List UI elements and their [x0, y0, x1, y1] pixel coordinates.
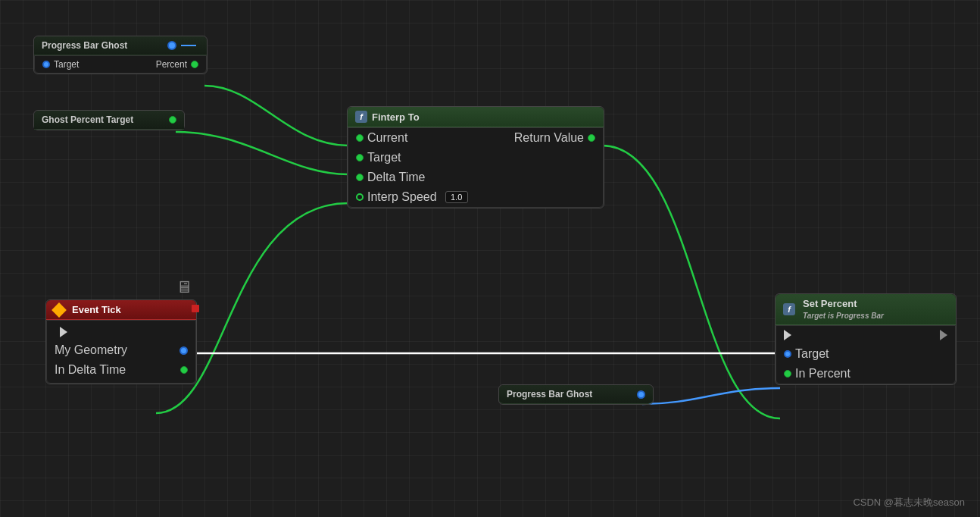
- finterp-target-pin[interactable]: [356, 154, 364, 161]
- delta-time-pin[interactable]: [356, 174, 364, 181]
- current-pin[interactable]: [356, 134, 364, 142]
- node-label: Progress Bar Ghost: [42, 40, 127, 51]
- event-tick-title: Event Tick: [46, 300, 196, 320]
- diamond-icon: [51, 302, 67, 318]
- ghost-percent-target-node: Ghost Percent Target: [33, 110, 185, 130]
- set-percent-exec-out[interactable]: [940, 330, 947, 340]
- set-percent-body: Target In Percent: [776, 325, 956, 384]
- finterp-deltatime-row: Delta Time: [348, 168, 603, 187]
- monitor-icon: 🖥: [176, 279, 192, 296]
- return-value-label: Return Value: [514, 131, 584, 145]
- percent-label: Percent: [156, 59, 187, 70]
- my-geometry-label: My Geometry: [55, 343, 127, 357]
- set-percent-target-row: Target: [776, 344, 955, 364]
- in-delta-time-label: In Delta Time: [55, 363, 126, 377]
- pbg-bottom-right-pin[interactable]: [637, 390, 645, 399]
- percent-pin-right[interactable]: [191, 61, 198, 68]
- set-percent-func-icon: f: [783, 303, 795, 315]
- interp-speed-pin[interactable]: [356, 193, 364, 201]
- set-percent-target-label: Target: [795, 347, 829, 361]
- progress-bar-ghost-top-body: Target Percent: [34, 55, 207, 74]
- target-label: Target: [54, 59, 79, 70]
- exec-out-pin[interactable]: [60, 327, 67, 337]
- return-value-pin[interactable]: [588, 134, 595, 142]
- ghost-percent-target-title: Ghost Percent Target: [34, 111, 184, 130]
- target-pin-left[interactable]: [42, 61, 50, 68]
- finterp-label: Finterp To: [372, 111, 420, 123]
- finterp-speed-row: Interp Speed 1.0: [348, 187, 603, 207]
- exec-row: [47, 324, 195, 340]
- target-row: Target Percent: [35, 56, 206, 73]
- ghost-right-pin[interactable]: [169, 116, 176, 124]
- delta-time-label: Delta Time: [367, 171, 425, 184]
- finterp-to-node: f Finterp To Current Return Value Target…: [347, 106, 604, 208]
- finterp-target-label: Target: [367, 151, 401, 164]
- set-percent-inpercent-pin[interactable]: [784, 370, 791, 378]
- interp-speed-value[interactable]: 1.0: [445, 191, 468, 203]
- set-percent-node: f Set Percent Target is Progress Bar Tar…: [775, 293, 957, 385]
- progress-bar-ghost-bottom-title: Progress Bar Ghost: [499, 385, 653, 404]
- finterp-to-title: f Finterp To: [348, 107, 604, 127]
- my-geometry-row: My Geometry: [47, 340, 195, 360]
- set-percent-subtitle: Target is Progress Bar: [803, 311, 884, 321]
- set-percent-inpercent-label: In Percent: [795, 367, 850, 381]
- progress-bar-ghost-bottom-node: Progress Bar Ghost: [498, 384, 654, 405]
- in-delta-time-pin[interactable]: [180, 366, 188, 374]
- finterp-current-row: Current Return Value: [348, 128, 603, 148]
- set-percent-inpercent-row: In Percent: [776, 364, 955, 384]
- current-label: Current: [367, 131, 407, 145]
- set-percent-exec-row: [776, 326, 955, 344]
- set-percent-exec-in[interactable]: [784, 330, 791, 340]
- progress-bar-ghost-top-node: Progress Bar Ghost Target Percent: [33, 36, 208, 74]
- in-delta-time-row: In Delta Time: [47, 360, 195, 380]
- event-tick-node: 🖥 Event Tick My Geometry In Delta Time: [45, 299, 197, 384]
- canvas-background: [0, 0, 980, 517]
- event-tick-label: Event Tick: [72, 304, 121, 315]
- func-icon: f: [355, 111, 367, 123]
- top-right-pin[interactable]: [167, 41, 176, 50]
- my-geometry-pin[interactable]: [179, 346, 188, 355]
- watermark-text: CSDN @暮志未晚season: [853, 497, 965, 508]
- set-percent-title: f Set Percent Target is Progress Bar: [776, 294, 956, 325]
- set-percent-target-pin[interactable]: [784, 350, 791, 358]
- red-dot: [192, 305, 199, 312]
- interp-speed-label: Interp Speed: [367, 190, 437, 204]
- pbg-bottom-label: Progress Bar Ghost: [507, 389, 592, 400]
- set-percent-label: Set Percent: [803, 298, 884, 311]
- progress-bar-ghost-top-title: Progress Bar Ghost: [34, 36, 207, 55]
- finterp-target-row: Target: [348, 148, 603, 168]
- watermark: CSDN @暮志未晚season: [853, 496, 965, 509]
- ghost-label: Ghost Percent Target: [42, 114, 133, 125]
- finterp-to-body: Current Return Value Target Delta Time I…: [348, 127, 604, 208]
- event-tick-body: My Geometry In Delta Time: [46, 320, 196, 384]
- pin-line: [181, 45, 196, 46]
